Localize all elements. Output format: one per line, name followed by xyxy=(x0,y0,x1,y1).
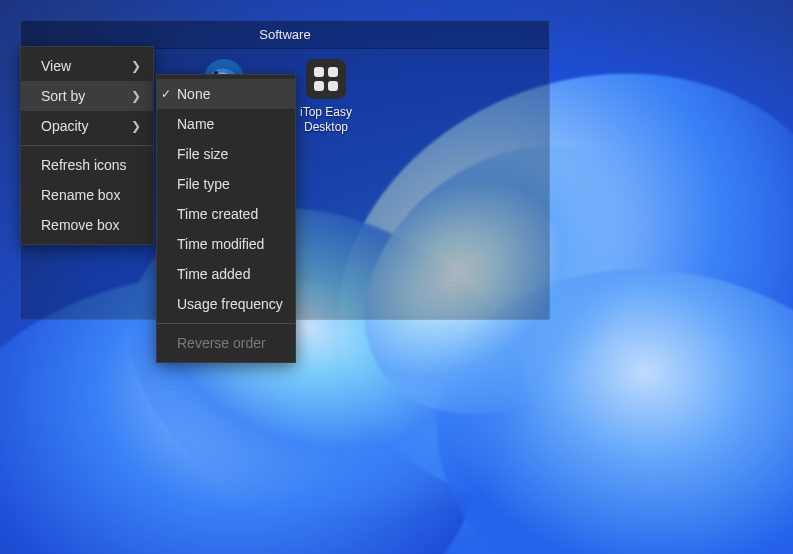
submenu-item-reverse-order[interactable]: Reverse order xyxy=(157,328,295,358)
chevron-right-icon: ❯ xyxy=(131,59,141,73)
svg-rect-5 xyxy=(314,81,324,91)
submenu-item-file-type[interactable]: File type xyxy=(157,169,295,199)
svg-rect-2 xyxy=(306,59,346,99)
submenu-item-none[interactable]: ✓ None xyxy=(157,79,295,109)
context-menu-sortby-submenu: ✓ None Name File size File type Time cre… xyxy=(156,74,296,363)
chevron-right-icon: ❯ xyxy=(131,119,141,133)
menu-item-refresh-icons[interactable]: Refresh icons xyxy=(21,150,153,180)
menu-item-opacity[interactable]: Opacity ❯ xyxy=(21,111,153,141)
svg-rect-3 xyxy=(314,67,324,77)
menu-item-rename-box[interactable]: Rename box xyxy=(21,180,153,210)
submenu-item-name[interactable]: Name xyxy=(157,109,295,139)
menu-item-view[interactable]: View ❯ xyxy=(21,51,153,81)
submenu-item-time-added[interactable]: Time added xyxy=(157,259,295,289)
menu-item-sort-by[interactable]: Sort by ❯ xyxy=(21,81,153,111)
svg-rect-4 xyxy=(328,67,338,77)
menu-separator xyxy=(21,145,153,146)
desktop-icon-itop[interactable]: iTop Easy Desktop xyxy=(289,57,363,135)
menu-separator xyxy=(157,323,295,324)
itop-easy-desktop-icon xyxy=(304,57,348,101)
check-icon: ✓ xyxy=(161,87,171,101)
box-title: Software xyxy=(21,21,549,49)
submenu-item-usage-frequency[interactable]: Usage frequency xyxy=(157,289,295,319)
icon-label: iTop Easy Desktop xyxy=(289,105,363,135)
submenu-item-file-size[interactable]: File size xyxy=(157,139,295,169)
svg-rect-6 xyxy=(328,81,338,91)
chevron-right-icon: ❯ xyxy=(131,89,141,103)
submenu-item-time-modified[interactable]: Time modified xyxy=(157,229,295,259)
submenu-item-time-created[interactable]: Time created xyxy=(157,199,295,229)
context-menu-primary: View ❯ Sort by ❯ Opacity ❯ Refresh icons… xyxy=(20,46,154,245)
menu-item-remove-box[interactable]: Remove box xyxy=(21,210,153,240)
